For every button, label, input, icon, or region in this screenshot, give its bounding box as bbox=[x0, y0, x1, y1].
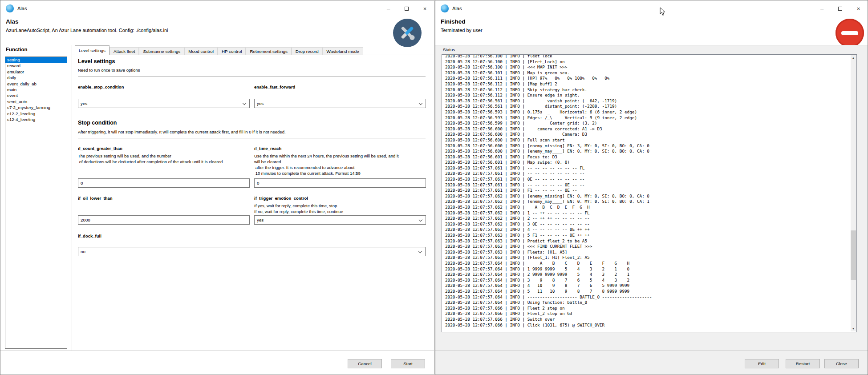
log-line: 2020-05-28 12:07:57.064 | INFO | 2 9999 … bbox=[445, 272, 850, 278]
log-line: 2020-05-28 12:07:57.066 | INFO | Click (… bbox=[445, 323, 850, 328]
if-oil-lower-than-input[interactable]: 2000 bbox=[78, 215, 250, 225]
log-line: 2020-05-28 12:07:56.112 | INFO | [Map_bu… bbox=[445, 81, 850, 87]
enable-fast-forward-label: enable_fast_forward bbox=[254, 85, 295, 89]
log-viewport[interactable]: 2020-05-28 12:07:56.100 | INFO | fleet_l… bbox=[442, 55, 850, 331]
scroll-up-icon[interactable]: ▲ bbox=[851, 55, 856, 60]
tab-attack-fleet[interactable]: Attack fleet bbox=[110, 47, 139, 55]
function-item-semi_auto[interactable]: semi_auto bbox=[5, 99, 67, 105]
scroll-down-icon[interactable]: ▼ bbox=[851, 326, 856, 331]
scrollbar-thumb[interactable] bbox=[851, 230, 856, 280]
tabstrip-underline bbox=[72, 55, 434, 55]
page-subtitle: AzurLaneAutoScript, An Azur Lane automat… bbox=[6, 28, 168, 33]
function-item-event[interactable]: event bbox=[5, 93, 67, 98]
log-line: 2020-05-28 12:07:57.064 | INFO | A B C D… bbox=[445, 261, 850, 266]
minimize-icon: – bbox=[387, 5, 390, 12]
if-trigger-emotion-control-label: if_trigger_emotion_control bbox=[254, 196, 308, 201]
log-line: 2020-05-28 12:07:57.063 | INFO | Predict… bbox=[445, 238, 850, 244]
chevron-down-icon bbox=[419, 101, 422, 105]
if-dock-full-select[interactable]: no bbox=[78, 247, 426, 256]
close-button[interactable]: × bbox=[849, 0, 868, 17]
log-line: 2020-05-28 12:07:57.062 | INFO | 4 -- --… bbox=[445, 227, 850, 233]
minimize-button[interactable]: – bbox=[379, 0, 397, 17]
log-line: 2020-05-28 12:07:57.062 | INFO | [enemy_… bbox=[445, 199, 850, 205]
function-panel-label: Function bbox=[6, 47, 28, 52]
log-line: 2020-05-28 12:07:57.061 | INFO | 0E -- -… bbox=[445, 177, 850, 182]
if-count-greater-than-label: if_count_greater_than bbox=[78, 146, 122, 151]
footer-divider bbox=[435, 351, 868, 351]
function-item-main[interactable]: main bbox=[5, 87, 67, 93]
restart-button[interactable]: Restart bbox=[786, 359, 820, 368]
log-line: 2020-05-28 12:07:56.593 | INFO | Edges: … bbox=[445, 115, 850, 121]
maximize-button[interactable] bbox=[831, 0, 849, 17]
minimize-icon: – bbox=[820, 5, 823, 12]
log-line: 2020-05-28 12:07:57.063 | INFO | [Fleet_… bbox=[445, 255, 850, 261]
log-line: 2020-05-28 12:07:57.064 | INFO | 5 11 10… bbox=[445, 289, 850, 294]
tools-icon bbox=[393, 19, 422, 47]
log-line: 2020-05-28 12:07:57.063 | INFO | <<< FIN… bbox=[445, 244, 850, 250]
if-count-greater-than-input[interactable]: 0 bbox=[78, 178, 250, 188]
start-button[interactable]: Start bbox=[391, 359, 425, 368]
settings-tabstrip: Level settingsAttack fleetSubmarine sett… bbox=[75, 45, 363, 55]
maximize-icon bbox=[838, 7, 842, 11]
maximize-button[interactable] bbox=[397, 0, 416, 17]
tab-mood-control[interactable]: Mood control bbox=[184, 47, 218, 55]
log-line: 2020-05-28 12:07:57.064 | INFO | -------… bbox=[445, 294, 850, 300]
log-line: 2020-05-28 12:07:56.599 | INFO | Center … bbox=[445, 121, 850, 126]
chevron-down-icon bbox=[418, 250, 422, 253]
log-line: 2020-05-28 12:07:57.062 | INFO | 1 -- ++… bbox=[445, 210, 850, 216]
log-line: 2020-05-28 12:07:57.061 | INFO | -- -- -… bbox=[445, 182, 850, 188]
log-line: 2020-05-28 12:07:57.061 | INFO | -- -- -… bbox=[445, 165, 850, 171]
tab-drop-record[interactable]: Drop record bbox=[292, 47, 323, 55]
window-title: Alas bbox=[17, 6, 27, 11]
edit-button[interactable]: Edit bbox=[745, 359, 779, 368]
log-line: 2020-05-28 12:07:57.066 | INFO | Fleet_2… bbox=[445, 311, 850, 317]
tab-submarine-settings[interactable]: Submarine settings bbox=[139, 47, 184, 55]
close-icon: × bbox=[423, 5, 427, 12]
section-title-stop-condition: Stop condition bbox=[78, 120, 117, 126]
log-line: 2020-05-28 12:07:56.112 | INFO | Skip st… bbox=[445, 87, 850, 93]
function-list[interactable]: settingrewardemulatordailyevent_daily_ab… bbox=[5, 56, 67, 349]
function-item-c12-2_leveling[interactable]: c12-2_leveling bbox=[5, 111, 67, 117]
function-item-reward[interactable]: reward bbox=[5, 63, 67, 69]
function-item-daily[interactable]: daily bbox=[5, 75, 67, 81]
status-label: Status bbox=[443, 47, 455, 52]
log-line: 2020-05-28 12:07:56.601 | INFO | Focus t… bbox=[445, 154, 850, 160]
log-line: 2020-05-28 12:07:57.063 | INFO | Fleets:… bbox=[445, 250, 850, 255]
close-button[interactable]: × bbox=[416, 0, 434, 17]
cancel-button[interactable]: Cancel bbox=[348, 359, 382, 368]
enable-stop-condition-select[interactable]: yes bbox=[78, 99, 250, 108]
log-line: 2020-05-28 12:07:56.600 | INFO | Camera:… bbox=[445, 132, 850, 137]
enable-fast-forward-select[interactable]: yes bbox=[254, 99, 426, 108]
log-line: 2020-05-28 12:07:56.561 | INFO | vanish_… bbox=[445, 98, 850, 104]
log-line: 2020-05-28 12:07:57.062 | INFO | A B C D… bbox=[445, 205, 850, 210]
if-oil-lower-than-label: if_oil_lower_than bbox=[78, 196, 113, 201]
tab-level-settings[interactable]: Level settings bbox=[75, 45, 110, 55]
tab-retirement-settings[interactable]: Retirement settings bbox=[246, 47, 291, 55]
log-line: 2020-05-28 12:07:56.100 | INFO | <<< MAP… bbox=[445, 65, 850, 70]
if-time-reach-input[interactable]: 0 bbox=[254, 178, 426, 188]
function-item-event_daily_ab[interactable]: event_daily_ab bbox=[5, 81, 67, 87]
mouse-cursor bbox=[660, 7, 666, 18]
tab-hp-control[interactable]: HP control bbox=[218, 47, 246, 55]
log-line: 2020-05-28 12:07:56.101 | INFO | Map is … bbox=[445, 70, 850, 76]
status-subtitle: Terminated by user bbox=[441, 28, 483, 33]
minimize-button[interactable]: – bbox=[813, 0, 831, 17]
function-item-c12-4_leveling[interactable]: c12-4_leveling bbox=[5, 117, 67, 122]
tab-wasteland-mode[interactable]: Wasteland mode bbox=[323, 47, 363, 55]
log-line: 2020-05-28 12:07:57.063 | INFO | 5 F1 --… bbox=[445, 233, 850, 238]
if-trigger-emotion-control-select[interactable]: yes bbox=[254, 215, 426, 225]
function-item-setting[interactable]: setting bbox=[5, 57, 67, 63]
chevron-down-icon bbox=[243, 101, 246, 105]
log-line: 2020-05-28 12:07:57.061 | INFO | -- -- -… bbox=[445, 171, 850, 177]
log-line: 2020-05-28 12:07:56.593 | INFO | 0.175s … bbox=[445, 109, 850, 115]
log-line: 2020-05-28 12:07:57.062 | INFO | 3 0E --… bbox=[445, 222, 850, 227]
alas-app-icon bbox=[6, 4, 14, 12]
close-action-button[interactable]: Close bbox=[824, 359, 859, 368]
chevron-down-icon bbox=[419, 218, 422, 222]
if-dock-full-label: if_dock_full bbox=[78, 234, 101, 238]
log-line: 2020-05-28 12:07:57.066 | INFO | Fleet 2… bbox=[445, 306, 850, 311]
function-item-c7-2_mystery_farming[interactable]: c7-2_mystery_farming bbox=[5, 105, 67, 110]
function-item-emulator[interactable]: emulator bbox=[5, 69, 67, 75]
log-line: 2020-05-28 12:07:56.600 | INFO | [enemy_… bbox=[445, 149, 850, 154]
log-scrollbar[interactable]: ▲ ▼ bbox=[851, 55, 856, 331]
